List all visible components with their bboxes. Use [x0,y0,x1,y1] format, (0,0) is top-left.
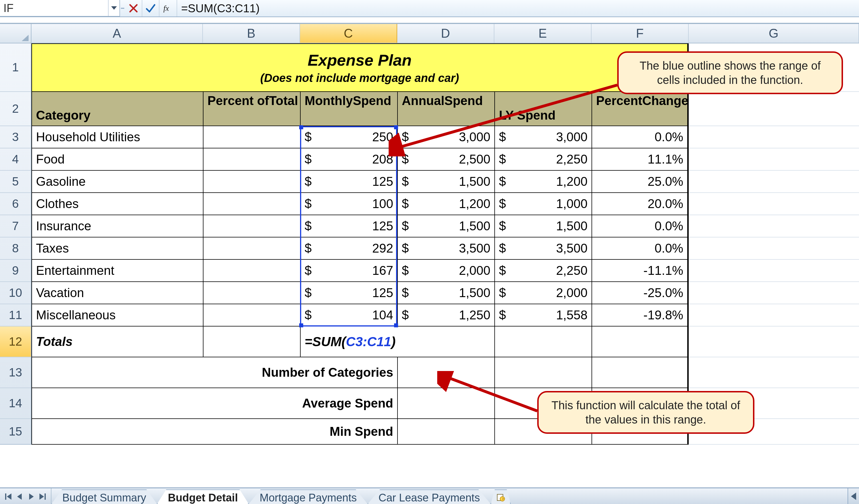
row-head-12[interactable]: 12 [0,327,31,357]
annual-4[interactable]: $2,500 [397,148,494,171]
monthly-7[interactable]: $125 [300,215,397,237]
annual-9[interactable]: $2,000 [397,260,494,282]
summary-numcat-e[interactable] [494,357,591,388]
pctoftotal-3[interactable] [203,126,300,148]
ly-6[interactable]: $1,000 [494,193,591,215]
cat-10[interactable]: Vacation [31,282,203,304]
annual-7[interactable]: $1,500 [397,215,494,237]
cat-6[interactable]: Clothes [31,193,203,215]
pctchg-3[interactable]: 0.0% [591,126,689,148]
ly-9[interactable]: $2,250 [494,260,591,282]
summary-avg-d[interactable] [397,388,494,419]
summary-numcat-d[interactable] [397,357,494,388]
summary-numcat-f[interactable] [591,357,689,388]
col-head-f[interactable]: F [591,24,689,43]
ly-4[interactable]: $2,250 [494,148,591,171]
summary-numcat[interactable]: Number of Categories [31,357,397,388]
cat-7[interactable]: Insurance [31,215,203,237]
col-head-e[interactable]: E [494,24,591,43]
row-head-7[interactable]: 7 [0,215,31,237]
col-head-d[interactable]: D [397,24,494,43]
annual-3[interactable]: $3,000 [397,126,494,148]
row-head-11[interactable]: 11 [0,304,31,327]
summary-min[interactable]: Min Spend [31,419,397,445]
cat-3[interactable]: Household Utilities [31,126,203,148]
annual-10[interactable]: $1,500 [397,282,494,304]
sheet-tab-mortgage-payments[interactable]: Mortgage Payments [248,489,367,504]
header-D[interactable]: AnnualSpend [397,92,494,126]
active-formula-cell[interactable]: =SUM(C3:C11) [300,327,494,357]
ly-8[interactable]: $3,500 [494,237,591,260]
row-head-3[interactable]: 3 [0,126,31,148]
enter-formula-button[interactable] [142,0,160,17]
pctchg-6[interactable]: 20.0% [591,193,689,215]
pctchg-9[interactable]: -11.1% [591,260,689,282]
pctoftotal-5[interactable] [203,171,300,193]
header-C[interactable]: MonthlySpend [300,92,397,126]
totals-f[interactable] [591,327,689,357]
monthly-9[interactable]: $167 [300,260,397,282]
row-head-5[interactable]: 5 [0,171,31,193]
name-box[interactable]: IF [0,0,120,17]
pctoftotal-10[interactable] [203,282,300,304]
new-sheet-button[interactable] [491,489,511,504]
pctoftotal-4[interactable] [203,148,300,171]
title-cell[interactable]: Expense Plan(Does not include mortgage a… [31,43,689,92]
cancel-formula-button[interactable] [125,0,142,17]
sheet-tab-car-lease-payments[interactable]: Car Lease Payments [368,489,491,504]
row-head-15[interactable]: 15 [0,419,31,445]
pctoftotal-7[interactable] [203,215,300,237]
row-head-2[interactable]: 2 [0,92,31,126]
annual-8[interactable]: $3,500 [397,237,494,260]
sheet-tab-budget-summary[interactable]: Budget Summary [51,489,157,504]
row-head-14[interactable]: 14 [0,388,31,419]
annual-5[interactable]: $1,500 [397,171,494,193]
formula-input[interactable]: =SUM(C3:C11) [177,2,859,15]
row-head-8[interactable]: 8 [0,237,31,260]
annual-11[interactable]: $1,250 [397,304,494,327]
pctoftotal-8[interactable] [203,237,300,260]
select-all-corner[interactable] [0,24,31,43]
row-head-4[interactable]: 4 [0,148,31,171]
row-head-10[interactable]: 10 [0,282,31,304]
col-head-a[interactable]: A [31,24,203,43]
pctchg-11[interactable]: -19.8% [591,304,689,327]
cat-9[interactable]: Entertainment [31,260,203,282]
cat-8[interactable]: Taxes [31,237,203,260]
pctchg-8[interactable]: 0.0% [591,237,689,260]
col-head-g[interactable]: G [689,24,859,43]
row-head-1[interactable]: 1 [0,43,31,92]
header-E[interactable]: LY Spend [494,92,591,126]
monthly-6[interactable]: $100 [300,193,397,215]
header-A[interactable]: Category [31,92,203,126]
formula-bar-grip[interactable] [120,0,125,17]
cat-4[interactable]: Food [31,148,203,171]
pctchg-5[interactable]: 25.0% [591,171,689,193]
annual-6[interactable]: $1,200 [397,193,494,215]
insert-function-button[interactable]: fx [160,0,177,17]
ly-7[interactable]: $1,500 [494,215,591,237]
monthly-8[interactable]: $292 [300,237,397,260]
pctchg-10[interactable]: -25.0% [591,282,689,304]
ly-3[interactable]: $3,000 [494,126,591,148]
totals-label[interactable]: Totals [31,327,203,357]
header-F[interactable]: PercentChange [591,92,689,126]
col-head-b[interactable]: B [203,24,300,43]
monthly-11[interactable]: $104 [300,304,397,327]
tab-nav-prev[interactable] [17,490,23,502]
totals-e[interactable] [494,327,591,357]
monthly-4[interactable]: $208 [300,148,397,171]
ly-11[interactable]: $1,558 [494,304,591,327]
cat-11[interactable]: Miscellaneous [31,304,203,327]
col-head-c[interactable]: C [300,24,397,43]
pctchg-7[interactable]: 0.0% [591,215,689,237]
pctoftotal-9[interactable] [203,260,300,282]
row-head-13[interactable]: 13 [0,357,31,388]
pctchg-4[interactable]: 11.1% [591,148,689,171]
tab-nav-last[interactable] [40,490,46,502]
ly-5[interactable]: $1,200 [494,171,591,193]
tab-nav-next[interactable] [28,490,34,502]
monthly-5[interactable]: $125 [300,171,397,193]
summary-avg[interactable]: Average Spend [31,388,397,419]
name-box-dropdown[interactable] [108,0,119,16]
